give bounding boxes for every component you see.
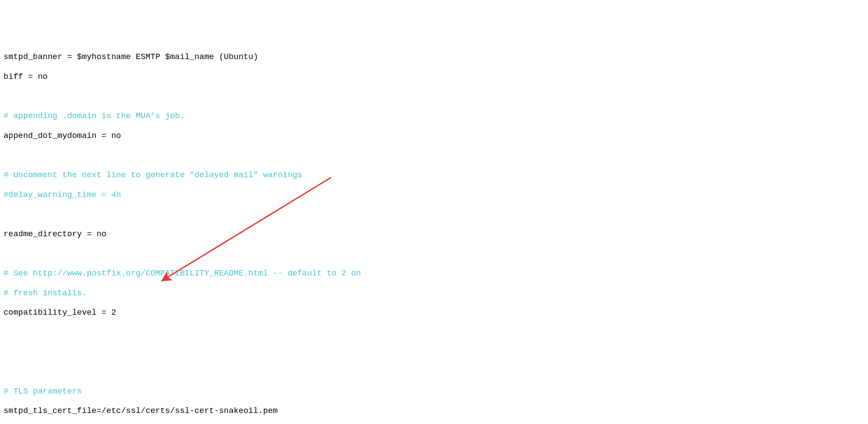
code-line-blank [4, 151, 864, 160]
code-comment: # appending .domain is the MUA's job. [4, 112, 864, 121]
code-comment: # Uncomment the next line to generate "d… [4, 171, 864, 180]
code-line-blank [4, 249, 864, 259]
code-line-blank [4, 347, 864, 357]
code-line: compatibility_level = 2 [4, 308, 864, 318]
code-line: readme_directory = no [4, 230, 864, 239]
code-comment: # fresh installs. [4, 289, 864, 298]
code-comment: # TLS parameters [4, 387, 864, 397]
code-line-blank [4, 92, 864, 102]
code-line: smtpd_banner = $myhostname ESMTP $mail_n… [4, 52, 864, 62]
code-line-blank [4, 367, 864, 377]
code-line: biff = no [4, 72, 864, 82]
code-comment: # See http://www.postfix.org/COMPATIBILI… [4, 269, 864, 279]
code-line-blank [4, 210, 864, 219]
code-comment: #delay_warning_time = 4h [4, 190, 864, 200]
code-line: smtpd_tls_cert_file=/etc/ssl/certs/ssl-c… [4, 406, 864, 416]
config-file-viewer: smtpd_banner = $myhostname ESMTP $mail_n… [4, 43, 864, 424]
code-line-blank [4, 328, 864, 338]
code-line: append_dot_mydomain = no [4, 131, 864, 141]
